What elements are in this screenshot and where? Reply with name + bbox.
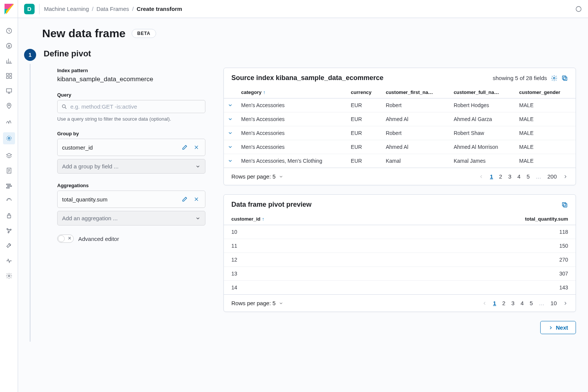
logs-icon[interactable] xyxy=(5,167,13,174)
copy-icon[interactable] xyxy=(561,75,568,82)
pager-page[interactable]: 3 xyxy=(508,173,511,180)
chevron-down-icon xyxy=(279,174,283,179)
cell-first-name: Ahmed Al xyxy=(382,112,450,126)
breadcrumb-df[interactable]: Data Frames xyxy=(96,6,129,12)
infrastructure-icon[interactable] xyxy=(5,152,13,159)
space-badge[interactable]: D xyxy=(24,4,35,14)
apm-icon[interactable] xyxy=(5,182,13,189)
expand-row-icon[interactable] xyxy=(224,112,237,126)
pager-page[interactable]: 4 xyxy=(521,300,524,306)
svg-point-9 xyxy=(7,136,11,141)
advanced-editor-toggle[interactable]: ✕ xyxy=(57,235,74,243)
pager-prev[interactable] xyxy=(479,174,484,179)
machine-learning-icon[interactable] xyxy=(3,132,15,144)
pager-page[interactable]: 5 xyxy=(527,173,530,180)
pager-prev[interactable] xyxy=(482,301,487,306)
pager-page[interactable]: 3 xyxy=(511,300,514,306)
cell-total-quantity: 118 xyxy=(382,225,576,239)
monitoring-icon[interactable] xyxy=(5,257,13,265)
query-input[interactable] xyxy=(70,103,201,110)
pager-page[interactable]: 10 xyxy=(550,300,557,306)
col-full-name[interactable]: customer_full_na… xyxy=(450,86,515,98)
dev-tools-icon[interactable] xyxy=(5,242,13,250)
aggregations-label: Aggregations xyxy=(57,183,205,188)
pager-page[interactable]: 4 xyxy=(517,173,520,180)
pager-page[interactable]: 2 xyxy=(499,173,502,180)
expand-row-icon[interactable] xyxy=(224,154,237,168)
svg-rect-2 xyxy=(6,73,8,75)
visualize-icon[interactable] xyxy=(5,57,13,65)
cell-category: Men's Accessories xyxy=(237,126,347,140)
cell-currency: EUR xyxy=(347,112,382,126)
pager-page[interactable]: 5 xyxy=(530,300,533,306)
table-row: Men's AccessoriesEURRobertRobert HodgesM… xyxy=(224,98,576,112)
svg-rect-5 xyxy=(9,77,11,79)
metrics-icon[interactable] xyxy=(5,117,13,125)
graph-icon[interactable] xyxy=(5,227,13,235)
svg-rect-13 xyxy=(6,188,9,188)
help-icon[interactable] xyxy=(575,6,582,12)
next-button[interactable]: Next xyxy=(540,321,576,334)
table-row: 13307 xyxy=(224,267,576,281)
col-total-quantity[interactable]: total_quantity.sum xyxy=(382,213,576,225)
dashboard-icon[interactable] xyxy=(5,72,13,80)
step-number: 1 xyxy=(24,49,36,61)
col-customer-id[interactable]: customer_id↑ xyxy=(224,213,382,225)
remove-icon[interactable] xyxy=(192,195,201,203)
query-input-wrap[interactable] xyxy=(57,100,205,113)
cell-customer-id: 12 xyxy=(224,253,382,267)
expand-row-icon[interactable] xyxy=(224,126,237,140)
svg-rect-25 xyxy=(562,203,566,206)
management-icon[interactable] xyxy=(5,272,13,280)
sort-up-icon: ↑ xyxy=(263,89,266,95)
discover-icon[interactable] xyxy=(5,42,13,50)
pager-page[interactable]: 1 xyxy=(493,300,496,306)
expand-row-icon[interactable] xyxy=(224,140,237,154)
edit-icon[interactable] xyxy=(180,195,189,204)
table-row: 11150 xyxy=(224,239,576,253)
group-by-pill: customer_id xyxy=(57,139,205,156)
expand-row-icon[interactable] xyxy=(224,98,237,112)
breadcrumb-ml[interactable]: Machine Learning xyxy=(44,6,89,12)
pager-page[interactable]: 200 xyxy=(547,173,557,180)
maps-icon[interactable] xyxy=(5,102,13,110)
copy-icon[interactable] xyxy=(561,201,568,208)
canvas-icon[interactable] xyxy=(5,87,13,95)
cell-currency: EUR xyxy=(347,126,382,140)
pager-next[interactable] xyxy=(563,301,568,306)
rows-per-page-select[interactable]: Rows per page: 5 xyxy=(231,300,283,306)
cell-gender: MALE xyxy=(515,98,576,112)
add-aggregation-select[interactable]: Add an aggregation ... xyxy=(57,211,205,226)
uptime-icon[interactable] xyxy=(5,197,13,204)
cell-first-name: Ahmed Al xyxy=(382,140,450,154)
pager-next[interactable] xyxy=(563,174,568,179)
svg-rect-3 xyxy=(9,73,11,75)
source-pagination: 12345…200 xyxy=(479,173,568,180)
edit-icon[interactable] xyxy=(180,143,189,152)
col-gender[interactable]: customer_gender xyxy=(515,86,576,98)
rows-per-page-select[interactable]: Rows per page: 5 xyxy=(231,173,283,180)
col-currency[interactable]: currency xyxy=(347,86,382,98)
breadcrumb-current: Create transform xyxy=(137,6,182,12)
kibana-logo[interactable] xyxy=(0,0,18,18)
col-category[interactable]: category↑ xyxy=(237,86,347,98)
add-group-by-placeholder: Add a group by field ... xyxy=(62,163,119,170)
remove-icon[interactable] xyxy=(192,143,201,151)
pager-page[interactable]: 1 xyxy=(490,173,493,180)
siem-icon[interactable] xyxy=(5,212,13,219)
chevron-down-icon xyxy=(195,216,201,221)
pivot-table: customer_id↑ total_quantity.sum 10118111… xyxy=(224,213,576,295)
cell-first-name: Robert xyxy=(382,126,450,140)
add-group-by-select[interactable]: Add a group by field ... xyxy=(57,159,205,174)
aggregation-value: total_quantity.sum xyxy=(62,196,180,203)
svg-point-7 xyxy=(8,104,10,106)
group-by-value: customer_id xyxy=(62,144,180,151)
pager-page[interactable]: 2 xyxy=(502,300,505,306)
col-first-name[interactable]: customer_first_na… xyxy=(382,86,450,98)
left-nav-rail xyxy=(0,0,18,392)
svg-rect-6 xyxy=(6,89,12,92)
table-row: Men's AccessoriesEURAhmed AlAhmed Al Mor… xyxy=(224,140,576,154)
recent-icon[interactable] xyxy=(5,27,13,35)
cell-category: Men's Accessories xyxy=(237,112,347,126)
gear-icon[interactable] xyxy=(551,75,558,82)
